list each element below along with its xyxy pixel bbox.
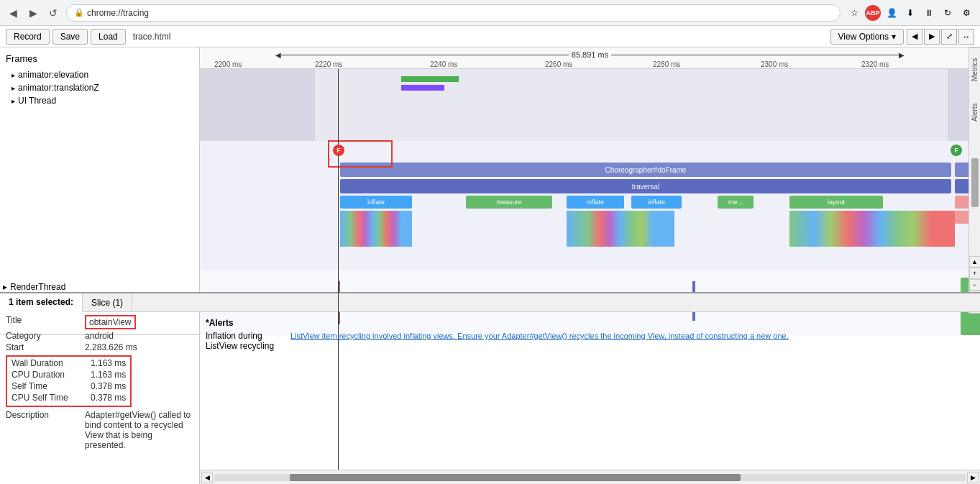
frames-title: Frames — [3, 53, 196, 64]
detail-right: *Alerts Inflation during ListView recycl… — [200, 312, 980, 484]
forward-button[interactable]: ▶ — [26, 6, 40, 20]
tree-item-translationZ[interactable]: ▸ animator:translationZ — [3, 81, 196, 94]
measure-block[interactable]: measure — [466, 196, 552, 209]
frame-marker-f-left: F — [333, 145, 344, 156]
detail-value-title: obtainView — [85, 315, 136, 329]
timeline-header: ◀ 85.891 ms ▶ 2200 ms 2220 ms 2240 ms 22… — [200, 47, 980, 69]
browser-bar: ◀ ▶ ↺ 🔒 chrome://tracing ☆ ABP 👤 ⬇ ⏸ ↻ ⚙ — [0, 0, 980, 26]
abp-icon: ABP — [865, 5, 881, 21]
arrow-icon: ▸ — [12, 71, 15, 79]
alert-link[interactable]: ListView item recycling involved inflati… — [290, 332, 789, 340]
tree-item-label-elevation: animator:elevation — [18, 70, 88, 80]
detail-key-desc: Description — [6, 410, 85, 420]
browser-action-3[interactable]: ⏸ — [921, 5, 937, 21]
toolbar: Record Save Load trace.html View Options… — [0, 26, 980, 47]
browser-action-5[interactable]: ⚙ — [958, 5, 974, 21]
render-thread-arrow-icon: ▸ — [3, 282, 7, 292]
anim-block-2 — [401, 85, 444, 91]
detail-content: Title obtainView Category android Start … — [0, 312, 980, 484]
detail-key-title: Title — [6, 315, 85, 329]
metrics-label: Metrics — [969, 47, 980, 91]
detail-value-cpu: 1.163 ms — [91, 370, 126, 380]
detail-value-category: android — [85, 331, 114, 341]
detail-row-cpu-self: CPU Self Time 0.378 ms — [12, 393, 126, 403]
ruler: 2200 ms 2220 ms 2240 ms 2260 ms 2280 ms … — [200, 57, 980, 68]
detail-value-wall: 1.163 ms — [91, 358, 126, 368]
layout-block[interactable]: layout — [789, 196, 883, 209]
detail-key-self: Self Time — [12, 381, 91, 391]
colored-bars-1 — [340, 211, 412, 247]
star-button[interactable]: ☆ — [846, 5, 862, 21]
detail-value-self: 0.378 ms — [91, 381, 126, 391]
browser-action-2[interactable]: ⬇ — [902, 5, 918, 21]
inflate-block-1[interactable]: inflate — [340, 196, 412, 209]
reload-button[interactable]: ↺ — [46, 6, 60, 20]
back-button[interactable]: ◀ — [6, 6, 20, 20]
tab-item-selected[interactable]: 1 item selected: — [0, 293, 83, 312]
detail-key-category: Category — [6, 331, 85, 341]
url-text: chrome://tracing — [87, 8, 149, 18]
arrow-icon: ▸ — [12, 97, 15, 105]
filename-label: trace.html — [133, 32, 171, 42]
render-thread-item[interactable]: ▸ RenderThread — [3, 282, 65, 292]
scroll-up-button[interactable]: ▲ — [969, 256, 981, 268]
save-button[interactable]: Save — [52, 29, 88, 45]
colored-bars-3 — [789, 211, 955, 247]
bottom-panel: 1 item selected: Slice (1) Title obtainV… — [0, 292, 980, 484]
browser-action-4[interactable]: ↻ — [940, 5, 956, 21]
detail-row-title: Title obtainView — [6, 315, 193, 329]
detail-left: Title obtainView Category android Start … — [0, 312, 200, 484]
tree-item-label-uithread: UI Thread — [18, 96, 56, 106]
scrollbar-track[interactable] — [969, 134, 980, 256]
prev-arrow-button[interactable]: ◀ — [907, 29, 922, 45]
browser-action-1[interactable]: 👤 — [884, 5, 899, 21]
frame-left-block — [200, 69, 315, 141]
me-block[interactable]: me... — [718, 196, 754, 209]
nav-arrows: ◀ ▶ ⤢ ↔ — [907, 29, 974, 45]
zoom-in-button[interactable]: + — [969, 268, 981, 279]
alert-row: Inflation during ListView recycling List… — [206, 331, 974, 351]
anim-block-1 — [401, 76, 459, 82]
record-button[interactable]: Record — [6, 29, 50, 45]
tree-item-uithread[interactable]: ▸ UI Thread — [3, 94, 196, 107]
arrow-icon: ▸ — [12, 84, 15, 92]
detail-key-wall: Wall Duration — [12, 358, 91, 368]
detail-row-cpu: CPU Duration 1.163 ms — [12, 370, 126, 380]
vertical-timeline-line — [338, 69, 339, 470]
detail-row-wall: Wall Duration 1.163 ms — [12, 358, 126, 368]
detail-key-start: Start — [6, 342, 85, 352]
view-options-button[interactable]: View Options ▾ — [830, 29, 904, 45]
colored-bars-2 — [567, 211, 674, 247]
zoom-out-button[interactable]: − — [969, 279, 981, 291]
frame-marker-f-right: F — [951, 145, 962, 156]
fit-button[interactable]: ↔ — [958, 29, 974, 45]
tab-slice[interactable]: Slice (1) — [83, 293, 132, 311]
inflate-block-3[interactable]: inflate — [631, 196, 682, 209]
scrollbar-thumb — [971, 158, 979, 207]
detail-key-cpu: CPU Duration — [12, 370, 91, 380]
traversal-block[interactable]: traversal — [340, 179, 951, 193]
detail-key-cpu-self: CPU Self Time — [12, 393, 91, 403]
load-button[interactable]: Load — [91, 29, 126, 45]
detail-value-cpu-self: 0.378 ms — [91, 393, 126, 403]
frames-section: Frames ▸ animator:elevation ▸ animator:t… — [0, 47, 199, 113]
detail-row-category: Category android — [6, 331, 193, 341]
tree-item-label-translationZ: animator:translationZ — [18, 83, 99, 93]
inflate-block-2[interactable]: inflate — [567, 196, 624, 209]
metrics-box: Wall Duration 1.163 ms CPU Duration 1.16… — [6, 355, 132, 407]
choreographer-block[interactable]: Choreographer#doFrame — [340, 163, 951, 177]
alerts-label: Alerts — [969, 91, 980, 134]
browser-icons: ☆ ABP 👤 ⬇ ⏸ ↻ ⚙ — [846, 5, 974, 21]
tree-item-elevation[interactable]: ▸ animator:elevation — [3, 68, 196, 81]
alerts-title: *Alerts — [206, 318, 974, 328]
alert-value: ListView item recycling involved inflati… — [290, 331, 789, 351]
alert-key: Inflation during ListView recycling — [206, 331, 285, 351]
detail-row-desc: Description Adapter#getView() called to … — [6, 410, 193, 450]
alerts-section: *Alerts Inflation during ListView recycl… — [206, 318, 974, 351]
lane-bg-1 — [200, 69, 980, 141]
detail-row-start: Start 2,283.626 ms — [6, 342, 193, 352]
next-arrow-button[interactable]: ▶ — [924, 29, 940, 45]
right-scrollbar: Metrics Alerts ▲ + − ↔ ▼ — [968, 47, 980, 314]
bottom-tabs: 1 item selected: Slice (1) — [0, 293, 980, 312]
expand-button[interactable]: ⤢ — [941, 29, 957, 45]
